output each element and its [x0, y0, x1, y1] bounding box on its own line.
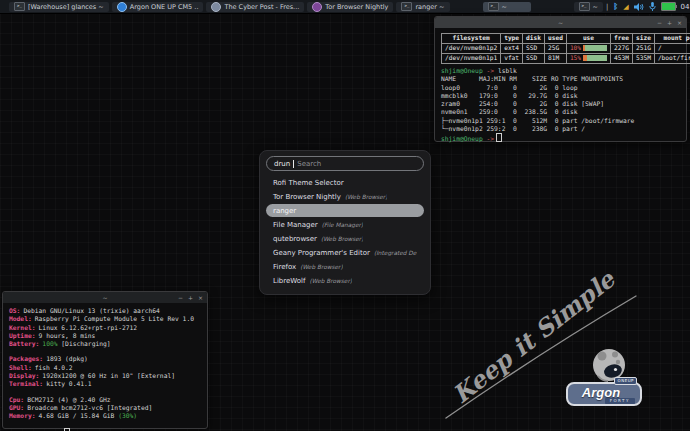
maximize-button[interactable]: + [667, 19, 672, 26]
globe-app-icon [211, 2, 221, 12]
window-title: ~ [102, 294, 107, 301]
taskbar-window-terminal-active[interactable]: >_ ~ [483, 2, 531, 12]
volume-icon[interactable] [634, 3, 644, 11]
launcher-item-firefox[interactable]: Firefox (Web Browser) [266, 260, 424, 273]
terminal-icon: >_ [488, 2, 499, 11]
minimize-button[interactable]: − [657, 19, 662, 26]
usage-bar [583, 45, 607, 51]
shell-prompt-line[interactable]: shjim@Oneup -> [441, 133, 680, 143]
argon-app-icon [117, 2, 127, 12]
taskbar: >_ [Warehouse] glances ~ Argon ONE UP CM… [0, 0, 690, 14]
fetch-line: Terminal:kitty 0.41.1 [9, 380, 201, 388]
fetch-line: Shell:fish 4.0.2 [9, 364, 201, 372]
taskbar-window-argon[interactable]: Argon ONE UP CM5 .. [112, 2, 204, 12]
terminal-window-fetch: ~ − + × OS:Debian GNU/Linux 13 (trixie) … [2, 291, 208, 429]
minimize-button[interactable]: − [178, 294, 183, 301]
taskbar-window-label: [Warehouse] glances ~ [28, 2, 104, 12]
taskbar-window-label: ranger ~ [415, 2, 444, 12]
fetch-line: Battery:100% [Discharging] [9, 340, 201, 348]
launcher-item-geany[interactable]: Geany Programmer's Editor (Integrated De… [266, 246, 424, 259]
desktop: >_ [Warehouse] glances ~ Argon ONE UP CM… [0, 0, 690, 431]
system-tray: | ᛒ ◢ 04:41 [606, 2, 690, 11]
close-button[interactable]: × [198, 294, 203, 301]
fetch-line: Model:Raspberry Pi Compute Module 5 Lite… [9, 315, 201, 323]
fetch-line: Display:1920x1200 @ 60 Hz in 10" [Extern… [9, 372, 201, 380]
taskbar-window-tor[interactable]: Tor Browser Nightly [307, 2, 393, 12]
terminal-titlebar[interactable]: ~ − + × [435, 17, 686, 28]
lsblk-line: ├─nvme0n1p1 259:1 0 512M 0 part /boot/fi… [441, 117, 680, 125]
forty-label: FORTY [605, 398, 635, 404]
tor-app-icon [312, 2, 322, 12]
lsblk-line: loop0 7:0 0 2G 0 loop [441, 84, 680, 92]
taskbar-window-label: Tor Browser Nightly [325, 2, 388, 12]
fetch-line: GPU:Broadcom bcm2712-vc6 [Integrated] [9, 404, 201, 412]
duf-row: /dev/nvme0n1p2 ext4 SSD 25G 10% 227G 251… [442, 44, 690, 54]
launcher-mode-label: drun [274, 160, 290, 168]
app-launcher: drun Search Rofi Theme Selector Tor Brow… [259, 150, 431, 295]
launcher-item-rofi-theme-selector[interactable]: Rofi Theme Selector [266, 176, 424, 189]
bluetooth-icon[interactable]: ᛒ [613, 3, 618, 11]
duf-header-row: filesystem type disk used use free size … [442, 34, 690, 44]
window-title: ~ [558, 19, 563, 26]
terminal-content-fetch[interactable]: OS:Debian GNU/Linux 13 (trixie) aarch64 … [3, 303, 207, 431]
launcher-item-tor-browser[interactable]: Tor Browser Nightly (Web Browser) [266, 190, 424, 203]
terminal-icon: >_ [401, 2, 412, 11]
taskbar-window-ranger[interactable]: >_ ranger ~ [396, 2, 449, 12]
lsblk-line: mmcblk0 179:0 0 29.7G 0 disk [441, 92, 680, 100]
argon-badge: ONEUP Argon FORTY [566, 382, 642, 406]
terminal-window-disk: ~ − + × filesystem type disk used use fr… [434, 16, 687, 142]
fetch-line: OS:Debian GNU/Linux 13 (trixie) aarch64 [9, 307, 201, 315]
launcher-item-qutebrowser[interactable]: qutebrowser (Web Browser) [266, 232, 424, 245]
launcher-item-file-manager[interactable]: File Manager (File Manager) [266, 218, 424, 231]
taskbar-window-label: Argon ONE UP CM5 .. [130, 2, 199, 12]
duf-table: filesystem type disk used use free size … [441, 33, 690, 64]
terminal-content-disk[interactable]: filesystem type disk used use free size … [435, 28, 686, 148]
microphone-icon[interactable] [649, 2, 656, 11]
battery-icon[interactable] [661, 2, 676, 11]
terminal-icon: >_ [579, 2, 590, 11]
taskbar-window-cyberpost[interactable]: The Cyber Post - Fres... [206, 2, 304, 12]
taskbar-window-label: The Cyber Post - Fres... [224, 2, 299, 12]
search-input[interactable]: drun Search [266, 156, 424, 171]
fetch-line: Packages:1893 (dpkg) [9, 355, 201, 363]
argon-logo: ONEUP Argon FORTY [566, 346, 652, 416]
duf-row: /dev/nvme0n1p1 vfat SSD 81M 15% 453M 535… [442, 54, 690, 64]
fetch-line: Kernel:Linux 6.12.62+rpt-rpi-2712 [9, 324, 201, 332]
lsblk-line: zram0 254:0 0 2G 0 disk [SWAP] [441, 100, 680, 108]
terminal-icon: >_ [14, 2, 25, 11]
terminal-titlebar[interactable]: ~ − + × [3, 292, 207, 303]
launcher-item-ranger-selected[interactable]: ranger [266, 204, 424, 217]
clock: 04:41 [681, 3, 690, 11]
lsblk-line: nvme0n1 259:0 0 238.5G 0 disk [441, 108, 680, 116]
tray-separator: | [606, 3, 608, 11]
text-cursor [293, 160, 294, 168]
network-icon[interactable]: ◢ [623, 3, 628, 11]
fetch-line: Cpu:BCM2712 (4) @ 2.40 GHz [9, 396, 201, 404]
fetch-line: Uptime:9 hours, 8 mins [9, 332, 201, 340]
taskbar-window-glances[interactable]: >_ [Warehouse] glances ~ [9, 2, 109, 12]
fetch-line: Memory:4.68 GiB / 15.84 GiB (30%) [9, 412, 201, 420]
maximize-button[interactable]: + [188, 294, 193, 301]
search-placeholder: Search [297, 160, 321, 168]
shell-prompt-line[interactable]: shjim@Oneup -> [9, 428, 201, 431]
taskbar-window-label: ~ [502, 2, 507, 12]
close-button[interactable]: × [677, 19, 682, 26]
lsblk-line: NAME MAJ:MIN RM SIZE RO TYPE MOUNTPOINTS [441, 75, 680, 83]
terminal-cursor [64, 428, 70, 431]
usage-bar [583, 55, 607, 61]
terminal-cursor [496, 133, 502, 142]
lsblk-line: └─nvme0n1p2 259:2 0 238G 0 part / [441, 125, 680, 133]
shell-prompt-line: shjim@Oneup -> lsblk [441, 67, 680, 75]
taskbar-window-terminal[interactable]: >_ ~ [574, 2, 603, 12]
oneup-label: ONEUP [614, 377, 637, 385]
launcher-item-librewolf[interactable]: LibreWolf (Web Browser) [266, 274, 424, 287]
taskbar-window-label: ~ [593, 2, 598, 12]
